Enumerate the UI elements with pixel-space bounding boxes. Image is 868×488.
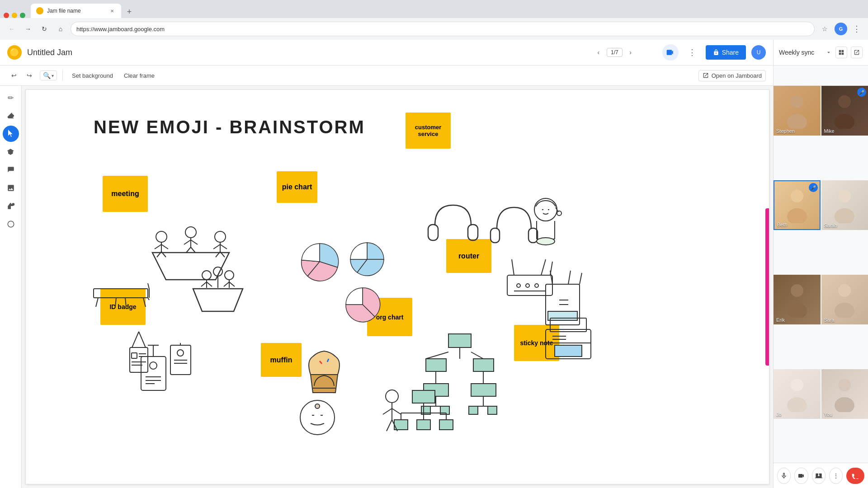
sticky-meeting[interactable]: meeting [103, 176, 148, 212]
prev-frame-btn[interactable]: ‹ [592, 46, 605, 59]
video-tile-you[interactable]: You [821, 369, 868, 419]
user-avatar[interactable]: U [751, 45, 766, 60]
window-minimize[interactable] [12, 13, 17, 18]
pen-tool-btn[interactable]: ✏ [3, 89, 19, 106]
search-icon: 🔍 [43, 72, 51, 79]
frame-nav: ‹ 1/7 › [592, 46, 637, 59]
app-logo: 🟡 [7, 45, 22, 60]
toolbar-row: ↩ ↪ 🔍 ▾ Set background Clear frame Open … [0, 66, 868, 86]
main-layout: ✏ [0, 86, 868, 488]
back-btn[interactable]: ← [5, 23, 18, 35]
erik-name: Erik [776, 317, 785, 323]
sticky-muffin[interactable]: muffin [261, 343, 302, 377]
meet-mic-btn[interactable] [777, 468, 791, 484]
svg-line-40 [143, 298, 146, 307]
svg-line-29 [207, 282, 212, 286]
address-bar[interactable]: https://www.jamboard.google.com [71, 22, 815, 36]
extensions-btn[interactable]: ⋮ [851, 22, 863, 36]
more-options-btn[interactable]: ⋮ [684, 44, 700, 61]
window-maximize[interactable] [20, 13, 25, 18]
tab-favicon [36, 7, 43, 14]
active-tab[interactable]: Jam file name ✕ [31, 4, 121, 18]
meet-layout-btn[interactable] [835, 47, 847, 58]
meet-popout-btn[interactable] [851, 47, 863, 58]
svg-point-153 [791, 379, 803, 391]
svg-point-143 [838, 95, 851, 108]
home-btn[interactable]: ⌂ [54, 23, 67, 35]
image-tool-btn[interactable] [3, 180, 19, 196]
canvas-board[interactable]: NEW EMOJI - BRAINSTORM customer service … [25, 89, 769, 484]
open-jamboard-btn[interactable]: Open on Jamboard [698, 70, 766, 81]
mike-name: Mike [824, 128, 835, 134]
svg-point-30 [225, 271, 234, 280]
sticky-tool-btn[interactable] [3, 162, 19, 178]
google-meet-btn[interactable] [662, 44, 679, 61]
page-indicator[interactable]: 1/7 [607, 48, 623, 57]
next-frame-btn[interactable]: › [624, 46, 637, 59]
muffin-sketch [302, 343, 347, 402]
svg-point-154 [787, 397, 807, 412]
sara-name: Sara [824, 317, 835, 323]
video-tile-mike[interactable]: Mike 🎤 [821, 86, 868, 136]
svg-point-34 [213, 267, 222, 276]
tab-close-btn[interactable]: ✕ [108, 7, 116, 14]
pie-chart-3 [342, 284, 383, 325]
video-tile-sara[interactable]: Sara [821, 275, 868, 324]
headset-sketch-1 [424, 194, 482, 253]
svg-point-54 [537, 238, 555, 245]
svg-line-22 [213, 244, 220, 249]
set-background-btn[interactable]: Set background [68, 70, 117, 81]
video-tile-beth[interactable]: Beth 🎤 [774, 180, 821, 230]
beth-name: Beth [777, 222, 788, 227]
undo-btn[interactable]: ↩ [7, 69, 21, 82]
app: 🟡 Untitled Jam ‹ 1/7 › ⋮ Share U Weekly … [0, 40, 868, 488]
svg-line-58 [512, 259, 514, 275]
svg-rect-106 [448, 334, 471, 347]
svg-rect-36 [94, 289, 148, 298]
laser-tool-btn[interactable] [3, 144, 19, 160]
end-call-btn[interactable] [846, 468, 864, 484]
pie-chart-2 [347, 239, 387, 280]
sticky-customer-service[interactable]: customer service [406, 113, 451, 149]
app-title: Untitled Jam [27, 48, 587, 57]
select-tool-btn[interactable] [3, 126, 19, 142]
share-label: Share [722, 49, 739, 56]
reload-btn[interactable]: ↻ [38, 23, 51, 35]
meet-more-btn[interactable]: ⋮ [829, 468, 843, 484]
forward-btn[interactable]: → [22, 23, 34, 35]
id-badge-hanging [125, 329, 152, 388]
svg-line-92 [139, 332, 146, 347]
video-tile-erik[interactable]: Erik [774, 275, 821, 324]
shapes-tool-btn[interactable] [3, 198, 19, 214]
zoom-control[interactable]: 🔍 ▾ [40, 70, 57, 80]
svg-point-64 [535, 284, 538, 287]
meet-camera-btn[interactable] [794, 468, 808, 484]
video-tile-jo[interactable]: Jo [774, 369, 821, 419]
new-tab-btn[interactable]: + [123, 5, 136, 18]
chevron-down-icon: ▾ [52, 73, 54, 78]
window-close[interactable] [4, 13, 9, 18]
circle-tool-btn[interactable] [3, 216, 19, 232]
meet-sidebar: Stephen Mike 🎤 Beth 🎤 [773, 86, 868, 488]
sticky-pie-chart[interactable]: pie chart [277, 171, 317, 203]
eraser-tool-btn[interactable] [3, 108, 19, 124]
mike-mic-icon: 🎤 [857, 88, 866, 97]
toolbar-separator-1 [62, 70, 63, 81]
video-tile-stephen[interactable]: Stephen [774, 86, 821, 136]
you-name: You [824, 412, 833, 417]
bookmark-star-btn[interactable]: ☆ [818, 23, 831, 35]
svg-rect-4 [8, 206, 11, 209]
svg-rect-0 [839, 50, 841, 52]
svg-rect-115 [471, 384, 496, 396]
pink-accent-bar [765, 208, 769, 366]
profile-btn[interactable]: G [835, 23, 847, 35]
video-tile-sarah[interactable]: Sarah [821, 180, 868, 230]
clear-frame-btn[interactable]: Clear frame [120, 70, 158, 81]
svg-line-39 [125, 298, 126, 307]
svg-line-37 [96, 298, 98, 307]
meet-present-btn[interactable] [812, 468, 826, 484]
share-btn[interactable]: Share [706, 45, 746, 60]
left-toolbar: ✏ [0, 86, 22, 488]
redo-btn[interactable]: ↪ [23, 69, 36, 82]
svg-rect-125 [488, 406, 497, 414]
